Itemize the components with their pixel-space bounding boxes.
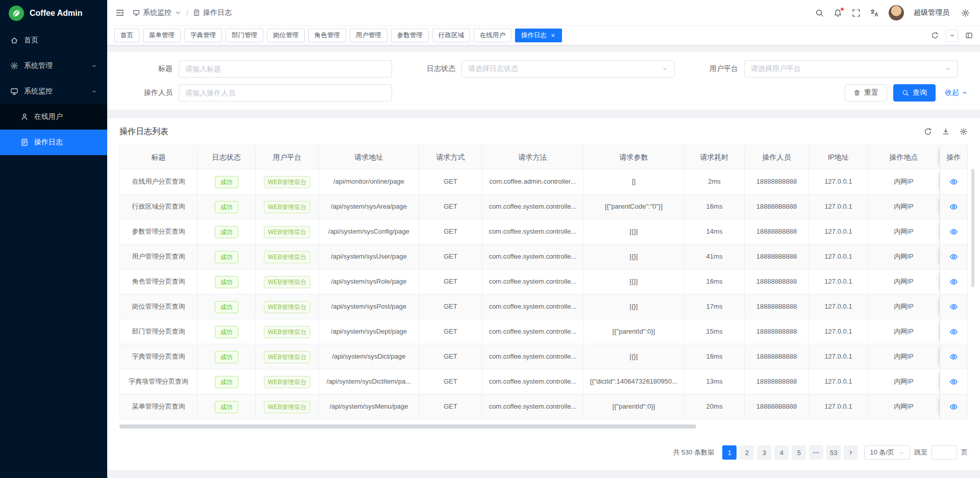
table-cell: GET bbox=[419, 244, 482, 269]
tab-2[interactable]: 字典管理 bbox=[184, 29, 222, 42]
page-button-3[interactable]: 3 bbox=[757, 445, 771, 460]
platform-badge: WEB管理后台 bbox=[264, 326, 310, 338]
tab-7[interactable]: 参数管理 bbox=[391, 29, 429, 42]
user-platform-select[interactable]: 请选择用户平台 bbox=[744, 60, 958, 78]
next-page-button[interactable] bbox=[844, 445, 858, 460]
column-settings-icon[interactable] bbox=[960, 128, 968, 136]
column-header-4: 请求方式 bbox=[419, 145, 482, 169]
table-cell: com.coffee.system.controlle... bbox=[482, 394, 583, 419]
collapse-filter-link[interactable]: 收起 bbox=[945, 88, 968, 97]
table-cell: 在线用户分页查询 bbox=[120, 169, 198, 194]
view-detail-eye-icon[interactable] bbox=[949, 402, 958, 411]
search-icon[interactable] bbox=[815, 9, 824, 17]
table-cell: [{"dictId":140647326180950... bbox=[583, 369, 684, 394]
collapse-label: 收起 bbox=[945, 88, 959, 97]
table-cell: 字典项管理分页查询 bbox=[120, 369, 198, 394]
total-count: 共 530 条数据 bbox=[673, 448, 714, 457]
platform-badge: WEB管理后台 bbox=[264, 401, 310, 413]
table-cell: 岗位管理分页查询 bbox=[120, 294, 198, 319]
platform-badge: WEB管理后台 bbox=[264, 276, 310, 288]
table-cell: /api/system/sysConfig/page bbox=[319, 219, 419, 244]
sidebar-item-home[interactable]: 首页 bbox=[0, 28, 107, 53]
table-cell: [{}] bbox=[583, 269, 684, 294]
operator-input[interactable] bbox=[179, 84, 392, 102]
view-detail-eye-icon[interactable] bbox=[949, 178, 958, 186]
page-button-4[interactable]: 4 bbox=[774, 445, 789, 460]
vertical-scrollbar[interactable] bbox=[971, 169, 974, 287]
page-button-1[interactable]: 1 bbox=[722, 445, 737, 460]
log-table: 标题日志状态用户平台请求地址请求方式请求方法请求参数请求耗时操作人员IP地址操作… bbox=[119, 145, 968, 419]
column-header-9: IP地址 bbox=[809, 145, 868, 169]
refresh-table-icon[interactable] bbox=[924, 128, 932, 136]
tab-5[interactable]: 角色管理 bbox=[308, 29, 346, 42]
platform-badge: WEB管理后台 bbox=[264, 301, 310, 313]
pager-ellipsis[interactable]: ••• bbox=[809, 445, 823, 460]
sidebar-item-operation-log[interactable]: 操作日志 bbox=[0, 130, 107, 155]
view-detail-eye-icon[interactable] bbox=[949, 203, 958, 211]
view-detail-eye-icon[interactable] bbox=[949, 353, 958, 361]
view-detail-eye-icon[interactable] bbox=[949, 378, 958, 386]
table-cell-actions bbox=[940, 269, 967, 294]
sidebar-item-online-users[interactable]: 在线用户 bbox=[0, 104, 107, 130]
avatar[interactable] bbox=[889, 5, 904, 20]
page-size-select[interactable]: 10 条/页 bbox=[864, 445, 910, 460]
search-button[interactable]: 查询 bbox=[893, 84, 936, 102]
sidebar-item-system-monitor[interactable]: 系统监控 bbox=[0, 79, 107, 104]
page-button-2[interactable]: 2 bbox=[740, 445, 754, 460]
view-detail-eye-icon[interactable] bbox=[949, 228, 958, 236]
tab-10[interactable]: 操作日志 bbox=[515, 29, 562, 42]
page-button-53[interactable]: 53 bbox=[826, 445, 841, 460]
table-cell: /api/system/sysUser/page bbox=[319, 244, 419, 269]
table-cell: /api/monitor/online/page bbox=[319, 169, 419, 194]
tab-label: 行政区域 bbox=[438, 31, 464, 40]
reset-button[interactable]: 重置 bbox=[845, 84, 887, 102]
table-cell: [{}] bbox=[583, 244, 684, 269]
table-cell: 内网IP bbox=[868, 269, 940, 294]
view-detail-eye-icon[interactable] bbox=[949, 253, 958, 261]
breadcrumb-item-monitor[interactable]: 系统监控 bbox=[133, 8, 182, 17]
title-input[interactable] bbox=[179, 60, 392, 78]
view-detail-eye-icon[interactable] bbox=[949, 278, 958, 286]
tab-6[interactable]: 用户管理 bbox=[350, 29, 387, 42]
table-cell: com.coffee.system.controlle... bbox=[482, 244, 583, 269]
tab-8[interactable]: 行政区域 bbox=[432, 29, 470, 42]
layout-icon[interactable] bbox=[965, 32, 973, 39]
close-icon[interactable] bbox=[550, 33, 556, 38]
tab-1[interactable]: 菜单管理 bbox=[143, 29, 181, 42]
table-cell: 内网IP bbox=[868, 394, 940, 419]
table-cell: com.coffee.admin.controller... bbox=[482, 169, 583, 194]
table-cell: 18888888888 bbox=[745, 169, 809, 194]
sidebar-item-system-management[interactable]: 系统管理 bbox=[0, 53, 107, 79]
table-cell: 127.0.0.1 bbox=[809, 194, 868, 219]
main-area: 系统监控 / 操作日志 bbox=[107, 0, 980, 478]
log-icon bbox=[193, 9, 200, 16]
pager: 12345•••53 bbox=[722, 445, 858, 460]
notifications-button[interactable] bbox=[834, 9, 842, 17]
tab-actions-dropdown[interactable] bbox=[946, 30, 958, 42]
tab-9[interactable]: 在线用户 bbox=[474, 29, 511, 42]
table-cell: WEB管理后台 bbox=[256, 169, 319, 194]
tab-4[interactable]: 岗位管理 bbox=[267, 29, 305, 42]
tab-label: 角色管理 bbox=[314, 31, 340, 40]
refresh-tab-icon[interactable] bbox=[931, 32, 939, 39]
page-button-5[interactable]: 5 bbox=[792, 445, 806, 460]
horizontal-scrollbar-thumb[interactable] bbox=[119, 424, 696, 429]
table-cell: GET bbox=[419, 269, 482, 294]
view-detail-eye-icon[interactable] bbox=[949, 328, 958, 336]
username[interactable]: 超级管理员 bbox=[914, 8, 949, 17]
log-status-select[interactable]: 请选择日志状态 bbox=[461, 60, 675, 78]
fullscreen-icon[interactable] bbox=[852, 9, 861, 17]
jump-page-input[interactable] bbox=[932, 445, 957, 460]
table-cell: 成功 bbox=[198, 169, 256, 194]
translate-icon[interactable] bbox=[870, 9, 879, 17]
column-header-2: 用户平台 bbox=[256, 145, 319, 169]
export-icon[interactable] bbox=[942, 128, 950, 136]
tab-0[interactable]: 首页 bbox=[114, 29, 139, 42]
menu-fold-icon[interactable] bbox=[115, 8, 125, 17]
settings-gear-icon[interactable] bbox=[961, 9, 970, 17]
tab-3[interactable]: 部门管理 bbox=[226, 29, 263, 42]
column-header-7: 请求耗时 bbox=[684, 145, 745, 169]
app-logo[interactable]: Coffee Admin bbox=[0, 0, 107, 27]
table-cell: 14ms bbox=[684, 219, 745, 244]
view-detail-eye-icon[interactable] bbox=[949, 303, 958, 311]
